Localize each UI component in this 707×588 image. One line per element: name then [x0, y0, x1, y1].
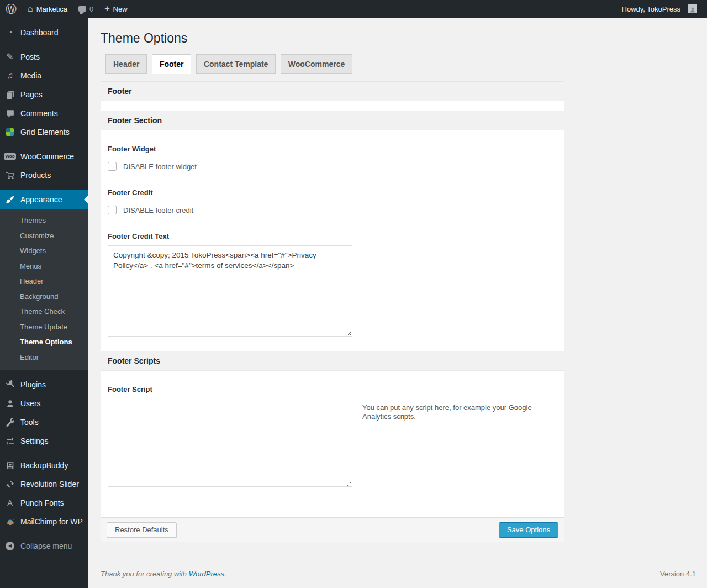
disable-footer-credit-checkbox[interactable]: [108, 206, 117, 214]
pushpin-icon: ✎: [4, 52, 15, 62]
new-label: New: [113, 5, 128, 13]
footer-section-body: Footer Widget DISABLE footer widget Foot…: [101, 130, 564, 351]
woocommerce-icon: Woo: [4, 153, 15, 160]
sidebar-item-revolution-slider[interactable]: Revolution Slider: [0, 475, 88, 494]
user-icon: [4, 399, 15, 408]
footer-thanks-text: Thank you for creating with WordPress.: [101, 570, 226, 578]
admin-sidebar: ◔ Dashboard ✎ Posts ♫ Media Pages Commen…: [0, 18, 88, 588]
sidebar-item-grid-elements[interactable]: Grid Elements: [0, 123, 88, 141]
tab-bar: Header Footer Contact Template WooCommer…: [101, 54, 696, 74]
tab-header[interactable]: Header: [105, 54, 147, 74]
grid-elements-icon: [4, 128, 15, 136]
sidebar-item-settings[interactable]: Settings: [0, 432, 88, 450]
letter-a-icon: A: [4, 498, 15, 508]
mailchimp-monkey-icon: [4, 517, 15, 527]
wrench-icon: [4, 418, 15, 427]
panel-heading: Footer: [101, 82, 564, 101]
sidebar-item-appearance[interactable]: Appearance: [0, 190, 88, 209]
tab-woocommerce[interactable]: WooCommerce: [281, 54, 352, 74]
wordpress-menu[interactable]: Ⓦ: [0, 0, 22, 18]
footer-script-description: You can put any script here, for example…: [362, 403, 534, 421]
comments-shortcut[interactable]: 0: [73, 0, 99, 18]
version-text: Version 4.1: [660, 570, 696, 578]
sidebar-item-woocommerce[interactable]: Woo WooCommerce: [0, 147, 88, 166]
tab-contact-template[interactable]: Contact Template: [196, 54, 276, 74]
footer-script-textarea[interactable]: [108, 403, 352, 487]
page-title: Theme Options: [101, 30, 696, 46]
sidebar-item-products[interactable]: Products: [0, 166, 88, 185]
comment-bubble-icon: [78, 6, 86, 12]
footer-scripts-heading: Footer Scripts: [101, 351, 564, 371]
sidebar-item-dashboard[interactable]: ◔ Dashboard: [0, 23, 88, 42]
settings-icon: [4, 437, 15, 446]
howdy-text: Howdy, TokoPress: [622, 5, 680, 13]
comments-icon: [4, 109, 15, 118]
sidebar-item-backupbuddy[interactable]: BackupBuddy: [0, 456, 88, 475]
submenu-item-widgets[interactable]: Widgets: [0, 243, 88, 259]
sidebar-item-comments[interactable]: Comments: [0, 104, 88, 123]
cart-icon: [4, 171, 15, 180]
sidebar-item-punch-fonts[interactable]: A Punch Fonts: [0, 494, 88, 512]
restore-defaults-button[interactable]: Restore Defaults: [107, 522, 177, 538]
comment-count: 0: [89, 5, 93, 13]
submenu-item-themes[interactable]: Themes: [0, 213, 88, 228]
pages-icon: [4, 90, 15, 99]
disable-footer-widget-checkbox[interactable]: [108, 162, 117, 171]
footer-credit-label: Footer Credit: [108, 171, 557, 197]
sidebar-item-plugins[interactable]: Plugins: [0, 375, 88, 394]
plus-icon: +: [104, 4, 109, 14]
dashboard-icon: ◔: [4, 28, 15, 38]
submenu-item-theme-check[interactable]: Theme Check: [0, 304, 88, 319]
theme-options-panel: Footer Footer Section Footer Widget DISA…: [101, 81, 564, 542]
submenu-item-theme-update[interactable]: Theme Update: [0, 319, 88, 335]
collapse-arrow-icon: ◀: [4, 542, 15, 550]
sidebar-item-tools[interactable]: Tools: [0, 413, 88, 432]
refresh-icon: [4, 480, 15, 489]
panel-action-bar: Restore Defaults Save Options: [101, 517, 564, 542]
footer-credit-text-textarea[interactable]: [108, 245, 352, 337]
wordpress-link[interactable]: WordPress: [189, 570, 224, 578]
footer-scripts-body: Footer Script You can put any script her…: [101, 371, 564, 517]
main-content: Theme Options Header Footer Contact Temp…: [88, 0, 707, 587]
backup-icon: [4, 461, 15, 470]
footer-credit-text-label: Footer Credit Text: [108, 214, 557, 240]
submenu-item-editor[interactable]: Editor: [0, 350, 88, 365]
submenu-item-customize[interactable]: Customize: [0, 228, 88, 244]
sidebar-item-pages[interactable]: Pages: [0, 85, 88, 104]
sidebar-item-posts[interactable]: ✎ Posts: [0, 48, 88, 66]
sidebar-item-users[interactable]: Users: [0, 394, 88, 413]
plugin-icon: [4, 380, 15, 390]
home-icon: ⌂: [28, 4, 33, 14]
page-footer: Thank you for creating with WordPress. V…: [101, 570, 696, 587]
new-content-menu[interactable]: + New: [99, 0, 133, 18]
tab-footer[interactable]: Footer: [152, 54, 192, 74]
submenu-item-menus[interactable]: Menus: [0, 259, 88, 274]
submenu-item-theme-options[interactable]: Theme Options: [0, 334, 88, 350]
footer-section-heading: Footer Section: [101, 111, 564, 130]
account-menu[interactable]: Howdy, TokoPress: [616, 0, 703, 18]
submenu-item-background[interactable]: Background: [0, 289, 88, 305]
paintbrush-icon: [4, 195, 15, 204]
wordpress-logo-icon: Ⓦ: [6, 2, 17, 17]
appearance-submenu: Themes Customize Widgets Menus Header Ba…: [0, 209, 88, 370]
site-name: Marketica: [36, 5, 67, 13]
site-link[interactable]: ⌂ Marketica: [22, 0, 73, 18]
collapse-menu-button[interactable]: ◀ Collapse menu: [0, 537, 88, 555]
submenu-item-header[interactable]: Header: [0, 274, 88, 289]
footer-credit-checkbox-row: DISABLE footer credit: [108, 206, 557, 214]
avatar: [688, 4, 697, 13]
footer-widget-label: Footer Widget: [108, 130, 557, 153]
sidebar-item-mailchimp[interactable]: MailChimp for WP: [0, 512, 88, 531]
footer-widget-checkbox-row: DISABLE footer widget: [108, 162, 557, 171]
media-icon: ♫: [4, 71, 15, 81]
save-options-button[interactable]: Save Options: [499, 522, 558, 538]
admin-bar: Ⓦ ⌂ Marketica 0 + New Howdy, TokoPress: [0, 0, 707, 18]
footer-script-label: Footer Script: [108, 371, 557, 393]
sidebar-item-media[interactable]: ♫ Media: [0, 66, 88, 85]
